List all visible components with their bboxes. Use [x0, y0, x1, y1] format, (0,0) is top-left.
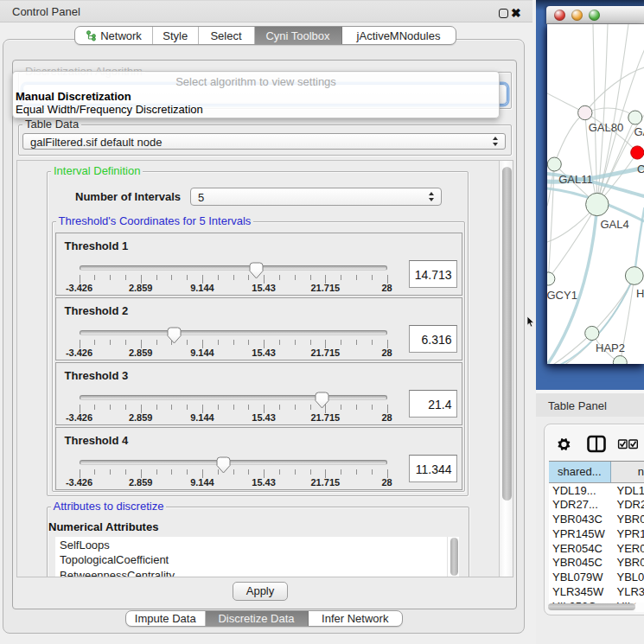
- table-horizontal-scrollbar[interactable]: [549, 603, 644, 612]
- tab-impute-data[interactable]: Impute Data: [126, 611, 206, 626]
- tab-select[interactable]: Select: [199, 27, 255, 44]
- node-table: shared...name YDL19...YDL19YDR27...YDR27…: [549, 461, 644, 604]
- tab-jactivemnodules[interactable]: jActiveMNodules: [342, 27, 456, 44]
- network-node-his[interactable]: [625, 267, 643, 285]
- slider-tick-labels: -3.4262.8599.14415.4321.71528: [80, 477, 387, 488]
- numerical-attributes-list[interactable]: SelfLoopsTopologicalCoefficientBetweenne…: [55, 537, 458, 577]
- slider-track[interactable]: [80, 460, 387, 465]
- dropdown-option-manual[interactable]: Manual Discretization: [16, 90, 131, 103]
- network-node-gal80[interactable]: [577, 105, 591, 119]
- number-of-intervals-value: 5: [198, 190, 204, 203]
- column-header-shared-name[interactable]: shared...: [549, 462, 611, 483]
- tab-label: Infer Network: [322, 612, 388, 625]
- threshold-value-field[interactable]: 14.713: [409, 260, 457, 288]
- checkbox-icon[interactable]: [629, 440, 638, 449]
- attribute-list-item[interactable]: BetweennessCentrality: [55, 567, 458, 577]
- network-node-bot[interactable]: [613, 356, 627, 365]
- checkbox-icon[interactable]: [619, 440, 628, 449]
- split-table-icon[interactable]: [589, 437, 605, 451]
- threshold-box-4: Threshold 4-3.4262.8599.14415.4321.71528…: [55, 427, 462, 490]
- slider-track[interactable]: [80, 330, 387, 335]
- threshold-label: Threshold 2: [65, 304, 129, 317]
- network-node-label: HAP2: [596, 341, 625, 354]
- settings-vertical-scrollbar[interactable]: [499, 161, 513, 577]
- attributes-group-title: Attributes to discretize: [51, 501, 167, 513]
- table-row[interactable]: YDL19...YDL19: [549, 483, 644, 498]
- network-node-label: HIS4: [636, 287, 644, 300]
- dropdown-hint-item[interactable]: Select algorithm to view settings: [13, 75, 499, 88]
- cell-shared-name: YLR345W: [549, 584, 611, 599]
- dropdown-option-equal-width[interactable]: Equal Width/Frequency Discretization: [16, 103, 203, 116]
- tab-style[interactable]: Style: [153, 27, 199, 44]
- slider-track[interactable]: [80, 265, 387, 271]
- table-row[interactable]: YER054CYER05: [549, 541, 644, 556]
- float-window-icon[interactable]: [499, 9, 508, 18]
- table-row[interactable]: YBR043CYBR04: [549, 512, 644, 526]
- algorithm-dropdown-popup: Select algorithm to view settings Manual…: [12, 71, 500, 118]
- table-panel-section: Table Panel: [536, 390, 644, 644]
- cell-shared-name: YBR045C: [549, 555, 611, 570]
- network-edge[interactable]: [584, 108, 634, 118]
- cell-shared-name: YPR145W: [549, 526, 611, 541]
- gear-icon[interactable]: [558, 438, 570, 450]
- cell-shared-name: YER054C: [549, 541, 611, 556]
- network-edge[interactable]: [591, 276, 634, 334]
- network-window-titlebar[interactable]: [546, 6, 644, 24]
- threshold-value-field[interactable]: 21.4: [409, 390, 457, 418]
- table-data-select[interactable]: galFiltered.sif default node: [22, 133, 506, 150]
- tab-label: Cyni Toolbox: [265, 29, 329, 42]
- cell-name: YER05: [611, 541, 644, 556]
- tab-cyni-toolbox[interactable]: Cyni Toolbox: [255, 27, 342, 44]
- slider-track[interactable]: [80, 395, 387, 400]
- tab-label: Impute Data: [135, 612, 196, 625]
- network-canvas[interactable]: GAL80GAL2CGAL11GAL4GCY1HIS4HAP2: [547, 24, 644, 364]
- column-header-name[interactable]: name: [611, 462, 644, 483]
- table-header-row: shared...name: [549, 462, 644, 483]
- network-node-gal2[interactable]: [628, 111, 641, 124]
- attribute-list-item[interactable]: TopologicalCoefficient: [55, 552, 458, 566]
- network-node-label: GAL80: [588, 121, 622, 134]
- network-view-window: GAL80GAL2CGAL11GAL4GCY1HIS4HAP2: [536, 0, 644, 390]
- threshold-value-field[interactable]: 6.316: [409, 325, 457, 353]
- cell-shared-name: YDL19...: [549, 483, 611, 498]
- tab-network[interactable]: Network: [75, 27, 153, 44]
- network-node-label: GAL4: [600, 218, 628, 231]
- close-traffic-light[interactable]: [554, 10, 565, 21]
- network-icon: [86, 30, 97, 41]
- screenshot-stage: Control Panel ✖ NetworkStyleSelectCyni T…: [0, 0, 644, 644]
- network-edge[interactable]: [554, 113, 585, 165]
- zoom-traffic-light[interactable]: [589, 10, 600, 21]
- threshold-label: Threshold 3: [65, 369, 129, 382]
- table-row[interactable]: YLR345WYLR34: [549, 584, 644, 599]
- cell-shared-name: YBL079W: [549, 570, 611, 584]
- network-node-gal11[interactable]: [547, 157, 561, 171]
- attributes-list-scrollbar[interactable]: [447, 537, 459, 577]
- tab-infer-network[interactable]: Infer Network: [309, 611, 403, 626]
- table-row[interactable]: YDR27...YDR27: [549, 497, 644, 512]
- table-row[interactable]: YBR045CYBR04: [549, 555, 644, 570]
- network-node-red[interactable]: [630, 146, 643, 159]
- network-node-gcy1[interactable]: [547, 272, 555, 285]
- cell-name: YBR04: [611, 512, 644, 526]
- tab-label: Network: [100, 29, 142, 42]
- network-edge[interactable]: [548, 205, 597, 279]
- minimize-traffic-light[interactable]: [571, 10, 583, 21]
- tab-discretize-data[interactable]: Discretize Data: [206, 611, 309, 626]
- control-panel-tabs: NetworkStyleSelectCyni ToolboxjActiveMNo…: [74, 26, 456, 45]
- interval-definition-title: Interval Definition: [51, 165, 143, 177]
- network-node-hap2[interactable]: [584, 326, 598, 340]
- tab-label: jActiveMNodules: [357, 29, 441, 42]
- close-icon[interactable]: ✖: [511, 7, 521, 19]
- table-panel-header: Table Panel: [536, 393, 644, 417]
- table-row[interactable]: YBL079WYBL07: [549, 570, 644, 584]
- attribute-list-item[interactable]: SelfLoops: [55, 537, 458, 552]
- cell-shared-name: YDR27...: [549, 497, 611, 512]
- table-row[interactable]: YPR145WYPR14: [549, 526, 644, 541]
- number-of-intervals-select[interactable]: 5: [190, 188, 442, 206]
- slider-tick-labels: -3.4262.8599.14415.4321.71528: [80, 412, 387, 423]
- control-panel-titlebar: Control Panel: [0, 0, 532, 22]
- threshold-value-field[interactable]: 11.344: [409, 455, 457, 482]
- network-node-gal4[interactable]: [585, 193, 608, 215]
- apply-button[interactable]: Apply: [233, 582, 288, 601]
- control-panel-title: Control Panel: [12, 5, 80, 18]
